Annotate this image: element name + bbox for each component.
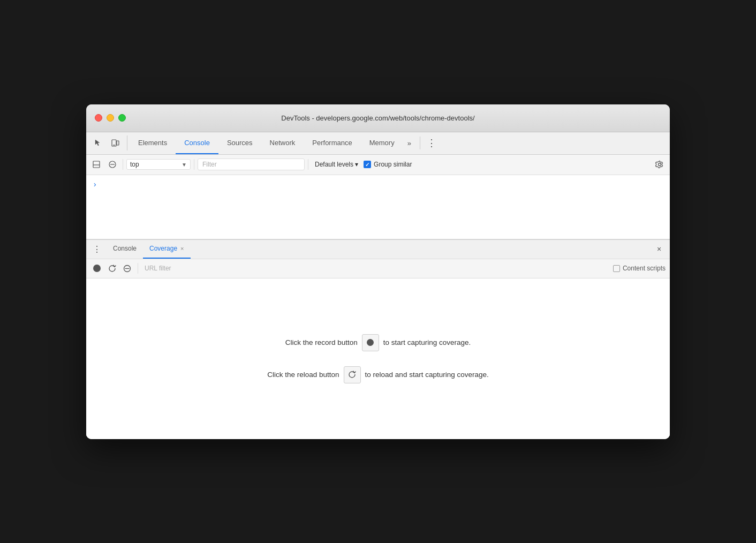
- devtools-nav: Elements Console Sources Network Perform…: [86, 132, 670, 155]
- toolbar-separator-2: [194, 159, 194, 170]
- svg-rect-3: [93, 161, 100, 168]
- drawer-more-button[interactable]: ⋮: [90, 243, 103, 255]
- gear-icon: [655, 160, 664, 169]
- title-bar: DevTools - developers.google.com/web/too…: [86, 104, 670, 132]
- coverage-tab-close[interactable]: ×: [180, 245, 184, 252]
- tab-sources[interactable]: Sources: [218, 132, 261, 154]
- show-drawer-button[interactable]: [89, 157, 103, 171]
- reload-icon: [108, 265, 116, 273]
- toolbar-separator-3: [308, 159, 308, 170]
- clear-console-button[interactable]: [105, 157, 119, 171]
- tab-network[interactable]: Network: [261, 132, 304, 154]
- group-similar-area: Group similar: [364, 161, 412, 168]
- content-scripts-area: Content scripts: [607, 265, 666, 272]
- nav-tabs: Elements Console Sources Network Perform…: [130, 132, 403, 154]
- svg-point-7: [659, 163, 661, 166]
- close-button[interactable]: [95, 114, 102, 122]
- coverage-content: Click the record button to start capturi…: [86, 278, 670, 439]
- window-title: DevTools - developers.google.com/web/too…: [281, 114, 474, 122]
- toolbar-separator: [123, 159, 123, 170]
- coverage-reload-button[interactable]: [105, 262, 118, 275]
- console-filter-input[interactable]: [198, 159, 305, 170]
- drawer-tabs-bar: ⋮ Console Coverage × ×: [86, 240, 670, 259]
- clear-icon: [109, 161, 116, 168]
- content-scripts-checkbox[interactable]: [613, 265, 620, 272]
- nav-menu-button[interactable]: ⋮: [425, 137, 439, 149]
- cursor-icon: [94, 139, 102, 147]
- maximize-button[interactable]: [118, 114, 126, 122]
- inline-reload-icon: [348, 371, 356, 379]
- dropdown-arrow-icon: ▼: [182, 162, 187, 168]
- default-levels-button[interactable]: Default levels ▾: [312, 159, 361, 170]
- coverage-clear-icon: [123, 265, 131, 273]
- more-tabs-button[interactable]: »: [403, 139, 415, 147]
- drawer-tab-console[interactable]: Console: [107, 240, 143, 259]
- drawer-icon: [93, 161, 100, 168]
- nav-separator: [420, 137, 420, 149]
- group-similar-checkbox[interactable]: [364, 161, 371, 168]
- tab-console[interactable]: Console: [176, 132, 218, 154]
- tab-performance[interactable]: Performance: [304, 132, 360, 154]
- levels-dropdown-arrow: ▾: [355, 161, 358, 168]
- tab-elements[interactable]: Elements: [130, 132, 176, 154]
- coverage-record-button[interactable]: [90, 262, 103, 275]
- inline-record-button[interactable]: [362, 334, 379, 351]
- drawer-close-button[interactable]: ×: [653, 243, 666, 255]
- tab-memory[interactable]: Memory: [361, 132, 403, 154]
- device-toolbar-button[interactable]: [108, 135, 123, 150]
- coverage-toolbar: Content scripts: [86, 259, 670, 278]
- drawer: ⋮ Console Coverage × ×: [86, 239, 670, 439]
- device-icon: [111, 139, 119, 147]
- inline-reload-button[interactable]: [344, 366, 361, 383]
- context-selector[interactable]: top ▼: [126, 159, 191, 170]
- traffic-lights: [95, 114, 126, 122]
- console-content: ›: [86, 175, 670, 239]
- url-filter-input[interactable]: [142, 263, 604, 273]
- console-prompt[interactable]: ›: [93, 180, 97, 189]
- instruction-reload: Click the reload button to reload and st…: [267, 366, 488, 383]
- settings-button[interactable]: [653, 157, 667, 171]
- record-circle-icon: [93, 265, 101, 272]
- instruction-record: Click the record button to start capturi…: [285, 334, 471, 351]
- nav-icons: [90, 135, 127, 150]
- svg-rect-1: [117, 141, 119, 145]
- inline-record-circle-icon: [367, 339, 374, 346]
- coverage-clear-button[interactable]: [120, 262, 133, 275]
- inspect-element-button[interactable]: [90, 135, 105, 150]
- minimize-button[interactable]: [107, 114, 114, 122]
- coverage-toolbar-separator: [138, 263, 138, 274]
- devtools-window: DevTools - developers.google.com/web/too…: [86, 104, 670, 439]
- console-toolbar: top ▼ Default levels ▾ Group similar: [86, 155, 670, 175]
- drawer-tab-coverage[interactable]: Coverage ×: [143, 240, 190, 259]
